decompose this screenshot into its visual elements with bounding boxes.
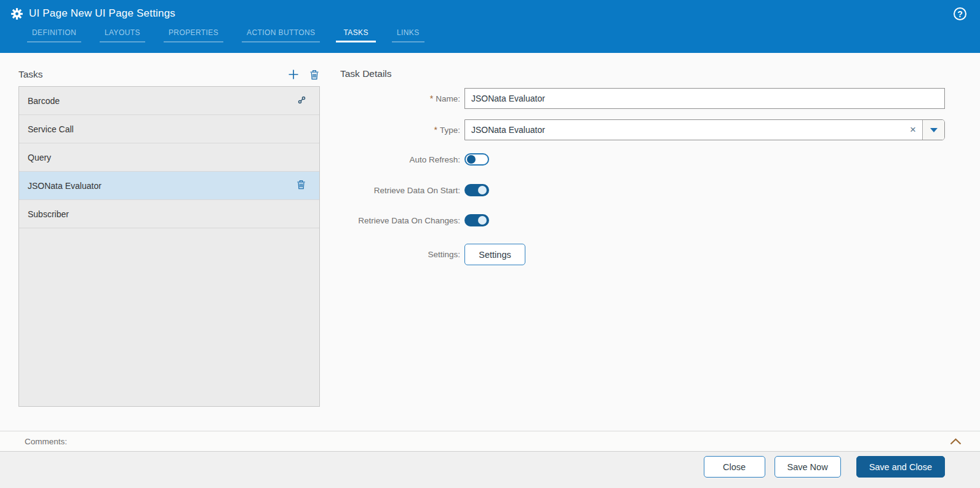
name-label: *Name: [340,94,464,103]
clear-icon[interactable]: × [904,120,922,140]
settings-button[interactable]: Settings [464,244,525,265]
type-label: *Type: [340,125,464,135]
trash-icon[interactable] [297,180,306,191]
retrieve-start-label: Retrieve Data On Start: [340,186,464,195]
required-marker: * [430,94,433,103]
header-bar: UI Page New UI Page Settings ? DEFINITIO… [0,0,980,53]
auto-refresh-toggle[interactable] [464,153,489,166]
toggle-knob [478,186,487,194]
page-title: UI Page New UI Page Settings [29,7,175,20]
task-list: BarcodeService CallQueryJSONata Evaluato… [18,86,320,407]
tasks-panel-header: Tasks [18,66,320,82]
toggle-knob [467,155,476,164]
retrieve-changes-row: Retrieve Data On Changes: [340,214,489,226]
toggle-knob [478,216,487,225]
save-now-button[interactable]: Save Now [775,456,841,478]
name-input[interactable] [464,88,945,109]
auto-refresh-row: Auto Refresh: [340,153,489,166]
task-details-title: Task Details [340,68,392,79]
list-item[interactable]: Service Call [19,115,319,143]
type-field-row: *Type: JSONata Evaluator × [340,119,945,140]
list-item[interactable]: Barcode [19,87,319,115]
required-marker: * [434,125,437,135]
settings-label: Settings: [340,250,464,259]
list-item[interactable]: JSONata Evaluator [19,172,319,200]
type-combobox[interactable]: JSONata Evaluator × [464,119,945,140]
tasks-actions [288,69,320,80]
tab-tasks[interactable]: TASKS [336,26,375,42]
retrieve-changes-label: Retrieve Data On Changes: [340,216,464,225]
footer-bar: Close Save Now Save and Close [0,452,980,488]
delete-task-icon[interactable] [309,69,320,80]
list-item[interactable]: Query [19,143,319,172]
retrieve-changes-toggle[interactable] [464,214,489,226]
task-item-label: Query [28,153,51,162]
tasks-panel-title: Tasks [18,69,43,80]
task-item-label: Subscriber [28,209,69,219]
collapse-comments-button[interactable] [950,438,962,445]
name-field-row: *Name: [340,88,945,109]
tab-layouts[interactable]: LAYOUTS [97,26,148,42]
list-item[interactable]: Subscriber [19,200,319,228]
settings-row: Settings: Settings [340,244,525,265]
header-title-row: UI Page New UI Page Settings [0,0,980,20]
help-icon[interactable]: ? [954,7,966,20]
tab-properties[interactable]: PROPERTIES [161,26,226,42]
task-item-label: Service Call [28,124,74,134]
gear-icon [10,7,23,20]
retrieve-start-toggle[interactable] [464,184,489,196]
type-value: JSONata Evaluator [465,125,904,135]
tab-links[interactable]: LINKS [389,26,427,42]
retrieve-start-row: Retrieve Data On Start: [340,184,489,196]
tab-action-buttons[interactable]: ACTION BUTTONS [239,26,322,42]
chevron-down-icon [930,128,938,132]
tab-bar: DEFINITIONLAYOUTSPROPERTIESACTION BUTTON… [25,26,980,42]
type-dropdown-button[interactable] [922,120,944,140]
comments-bar: Comments: [0,431,980,452]
save-and-close-button[interactable]: Save and Close [856,456,945,478]
add-task-icon[interactable] [288,69,299,80]
task-item-label: JSONata Evaluator [28,181,102,191]
chevron-up-icon [950,438,962,445]
tab-definition[interactable]: DEFINITION [25,26,84,42]
close-button[interactable]: Close [704,456,765,478]
auto-refresh-label: Auto Refresh: [340,155,464,164]
comments-label: Comments: [25,437,67,446]
task-item-label: Barcode [28,96,60,106]
link-icon [298,96,306,106]
